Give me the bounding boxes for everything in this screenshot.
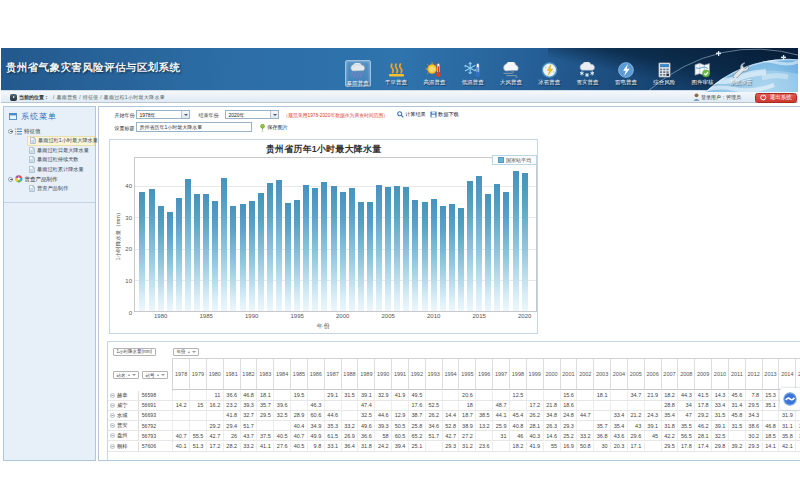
- value-cell: 35.7: [256, 401, 273, 410]
- year-column-header[interactable]: 2008: [677, 359, 694, 389]
- save-image-button[interactable]: 保存图片: [259, 124, 288, 132]
- logout-button[interactable]: 退出系统: [755, 93, 797, 103]
- column-field-button[interactable]: 年份: [173, 348, 199, 356]
- year-column-header[interactable]: 2002: [576, 359, 593, 389]
- year-column-header[interactable]: 1987: [324, 359, 341, 389]
- table-row-桐梓[interactable]: 桐梓5760640.151.317.228.233.241.127.640.59…: [108, 442, 800, 452]
- year-column-header[interactable]: 2004: [610, 359, 627, 389]
- tree-node-2[interactable]: 普查产品制作: [4, 174, 95, 184]
- sort-asc-icon[interactable]: [188, 351, 190, 353]
- year-column-header[interactable]: 1996: [475, 359, 492, 389]
- row-expand-icon[interactable]: [110, 423, 115, 428]
- filter-icon[interactable]: [132, 374, 136, 376]
- chart-title-input[interactable]: [136, 122, 252, 132]
- year-column-header[interactable]: 1981: [223, 359, 240, 389]
- year-column-header[interactable]: 1991: [391, 359, 408, 389]
- floating-widget[interactable]: [780, 388, 800, 411]
- breadcrumb[interactable]: / 暴雨普查 / 特征值 / 暴雨过程1小时最大降水量: [53, 94, 165, 100]
- toolbar-item-6[interactable]: 冰雹普查: [536, 60, 562, 87]
- year-column-header[interactable]: 1990: [374, 359, 391, 389]
- year-column-header[interactable]: 1979: [189, 359, 206, 389]
- toolbar-item-2[interactable]: 干旱普查: [383, 60, 409, 87]
- toolbar-item-9[interactable]: 综合风险: [651, 60, 677, 87]
- row-field-id-button[interactable]: 站号: [142, 371, 168, 379]
- year-column-header[interactable]: 1994: [442, 359, 459, 389]
- toolbar-item-11[interactable]: 系统设置: [728, 60, 754, 87]
- toolbar-item-3[interactable]: 高温普查: [421, 60, 447, 87]
- collapse-icon[interactable]: [8, 177, 13, 182]
- collapse-icon[interactable]: [8, 129, 13, 134]
- value-cell: 48.7: [492, 401, 509, 410]
- row-expand-icon[interactable]: [110, 433, 115, 438]
- tree-item[interactable]: 暴雨过程累计降水量: [27, 165, 95, 175]
- row-expand-icon[interactable]: [110, 403, 115, 408]
- tree-item[interactable]: 普查产品制作: [27, 184, 95, 194]
- hail-icon: [536, 61, 562, 78]
- year-column-header[interactable]: 2010: [711, 359, 728, 389]
- year-column-header[interactable]: 1997: [492, 359, 509, 389]
- year-column-header[interactable]: 1978: [172, 359, 189, 389]
- measure-field-button[interactable]: 1小时降水量(mm): [113, 348, 156, 356]
- row-expand-icon[interactable]: [110, 444, 115, 449]
- year-column-header[interactable]: 2012: [745, 359, 762, 389]
- value-cell: 65.2: [408, 431, 425, 440]
- year-column-header[interactable]: 1984: [273, 359, 290, 389]
- table-row-盘州[interactable]: 盘州5679340.755.542.72643.737.540.540.749.…: [108, 431, 800, 441]
- year-column-header[interactable]: 2001: [560, 359, 577, 389]
- toolbar-item-5[interactable]: 大风普查: [498, 60, 524, 87]
- end-year-select[interactable]: 2020年: [225, 110, 279, 119]
- row-field-name-button[interactable]: 站名: [113, 371, 139, 379]
- sort-asc-icon[interactable]: [157, 374, 159, 376]
- year-column-header[interactable]: 1985: [290, 359, 307, 389]
- measure-field-label: 1小时降水量(mm): [117, 349, 153, 354]
- toolbar-item-10[interactable]: 图件审核: [690, 60, 716, 87]
- filter-icon[interactable]: [192, 351, 196, 353]
- tree-item[interactable]: 暴雨过程1小时最大降水量: [27, 136, 95, 146]
- year-column-header[interactable]: 1993: [425, 359, 442, 389]
- year-column-header[interactable]: 2005: [627, 359, 644, 389]
- year-column-header[interactable]: 2009: [694, 359, 711, 389]
- filter-icon[interactable]: [161, 374, 165, 376]
- calc-result-button[interactable]: 计算结果: [397, 111, 426, 118]
- year-column-header[interactable]: 1995: [458, 359, 475, 389]
- value-cell: 29.5: [256, 411, 273, 420]
- row-expand-icon[interactable]: [110, 413, 115, 418]
- tree-item[interactable]: 暴雨过程持续天数: [27, 155, 95, 165]
- bar-1991: [258, 193, 264, 311]
- toolbar-item-4[interactable]: 低温普查: [460, 60, 486, 87]
- year-column-header[interactable]: 1986: [307, 359, 324, 389]
- drought-icon: [383, 61, 409, 78]
- year-column-header[interactable]: 2007: [661, 359, 678, 389]
- year-column-header[interactable]: 1980: [206, 359, 223, 389]
- start-year-select[interactable]: 1978年: [136, 110, 190, 119]
- sort-asc-icon[interactable]: [128, 374, 130, 376]
- year-column-header[interactable]: 2000: [543, 359, 560, 389]
- data-download-button[interactable]: 数据下载: [430, 111, 459, 118]
- tree-node-1[interactable]: 特征值: [4, 126, 95, 136]
- tree-item[interactable]: 暴雨过程日最大降水量: [27, 146, 95, 156]
- y-tick-label: 0: [129, 310, 132, 316]
- toolbar-item-7[interactable]: 雪灾普查: [575, 60, 601, 87]
- year-column-header[interactable]: 2011: [728, 359, 745, 389]
- toolbar-item-1[interactable]: 暴雨普查: [345, 60, 371, 87]
- year-column-header[interactable]: 2015: [795, 359, 800, 389]
- year-column-header[interactable]: 1992: [408, 359, 425, 389]
- value-cell: 32.8: [795, 431, 800, 440]
- year-column-header[interactable]: 1988: [341, 359, 358, 389]
- table-row-普安[interactable]: 普安5679229.229.451.740.434.935.333.249.63…: [108, 421, 800, 431]
- table-row-赫章[interactable]: 赫章565981136.646.818.119.529.131.539.132.…: [108, 391, 800, 401]
- year-column-header[interactable]: 2006: [644, 359, 661, 389]
- year-column-header[interactable]: 2003: [593, 359, 610, 389]
- bar-1999: [331, 186, 337, 310]
- year-column-header[interactable]: 2014: [778, 359, 795, 389]
- table-row-威宁[interactable]: 威宁5669114.21516.223.239.335.739.646.347.…: [108, 401, 800, 411]
- row-expand-icon[interactable]: [110, 393, 115, 398]
- year-column-header[interactable]: 1983: [256, 359, 273, 389]
- year-column-header[interactable]: 1998: [509, 359, 526, 389]
- year-column-header[interactable]: 2013: [762, 359, 779, 389]
- year-column-header[interactable]: 1982: [240, 359, 257, 389]
- toolbar-item-8[interactable]: 雷电普查: [613, 60, 639, 87]
- table-row-水城[interactable]: 水城5669341.832.729.532.528.960.644.632.54…: [108, 411, 800, 421]
- year-column-header[interactable]: 1989: [357, 359, 374, 389]
- year-column-header[interactable]: 1999: [526, 359, 543, 389]
